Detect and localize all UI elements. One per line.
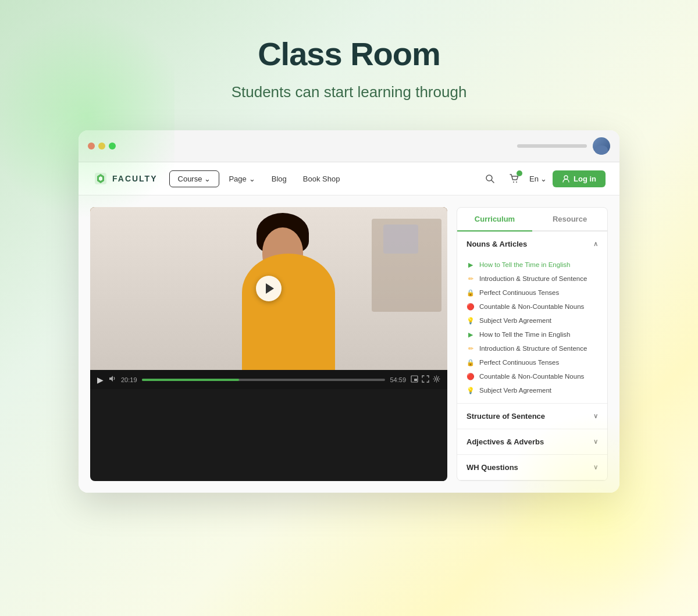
total-time: 54:59	[390, 376, 406, 383]
lesson-title: Introduction & Structure of Sentence	[479, 345, 587, 352]
accordion-section-adjectives-adverbs: Adjectives & Adverbs∨	[457, 429, 607, 455]
volume-button[interactable]	[108, 375, 116, 384]
svg-point-5	[564, 176, 568, 179]
logo-text: FACULTY	[112, 174, 158, 183]
curriculum-panel: Curriculum Resource Nouns & Articles∧ ▶ …	[457, 207, 608, 481]
page-title: Class Room	[232, 35, 467, 73]
lesson-title: Countable & Non-Countable Nouns	[479, 373, 584, 380]
accordion-container: Nouns & Articles∧ ▶ How to Tell the Time…	[457, 232, 607, 480]
room-board	[383, 225, 418, 254]
traffic-green-light[interactable]	[109, 143, 116, 149]
accordion-header-nouns-articles[interactable]: Nouns & Articles∧	[457, 232, 607, 257]
accordion-section-wh-questions: WH Questions∨	[457, 455, 607, 480]
lesson-icon: 💡	[466, 316, 475, 325]
lesson-title: Perfect Continuous Tenses	[479, 289, 559, 296]
lesson-item[interactable]: ✏ Introduction & Structure of Sentence	[457, 341, 607, 355]
progress-bar-track[interactable]	[142, 379, 386, 381]
settings-icon	[433, 375, 440, 383]
teacher-jacket	[242, 254, 335, 370]
nav-right: En ⌄ Log in	[480, 169, 606, 188]
accordion-header-adjectives-adverbs[interactable]: Adjectives & Adverbs∨	[457, 429, 607, 454]
lesson-title: Perfect Continuous Tenses	[479, 359, 559, 366]
chevron-icon: ∨	[593, 438, 598, 446]
settings-video-button[interactable]	[433, 375, 440, 384]
traffic-red[interactable]	[88, 143, 95, 149]
video-panel: ▶ 20:19 54:59	[90, 207, 447, 481]
search-icon	[485, 174, 494, 183]
lesson-icon: 💡	[466, 386, 475, 394]
lesson-item[interactable]: 🔒 Perfect Continuous Tenses	[457, 286, 607, 300]
lesson-title: Subject Verb Agreement	[479, 317, 551, 324]
svg-marker-6	[109, 376, 113, 382]
nav-logo[interactable]: FACULTY	[92, 170, 158, 187]
teacher-figure	[230, 207, 358, 370]
svg-rect-8	[414, 379, 417, 381]
tabs-row: Curriculum Resource	[457, 208, 607, 232]
play-pause-button[interactable]: ▶	[97, 375, 104, 384]
page-nav-link[interactable]: Page ⌄	[222, 171, 262, 187]
lesson-item[interactable]: ✏ Introduction & Structure of Sentence	[457, 272, 607, 286]
video-controls: ▶ 20:19 54:59	[90, 370, 447, 389]
course-nav-button[interactable]: Course ⌄	[169, 170, 220, 187]
lang-chevron-icon: ⌄	[540, 175, 547, 183]
blog-nav-link[interactable]: Blog	[265, 171, 294, 187]
page-subtitle: Students can start learning through	[232, 83, 467, 101]
titlebar-spacer	[119, 137, 610, 155]
lesson-item[interactable]: 🔴 Countable & Non-Countable Nouns	[457, 300, 607, 314]
main-content: ▶ 20:19 54:59	[79, 195, 619, 493]
ctrl-icons-right	[411, 375, 440, 384]
svg-line-2	[492, 180, 494, 183]
browser-window: FACULTY Course ⌄ Page ⌄ Blog Book Shop	[79, 130, 619, 493]
lesson-item[interactable]: ▶ How to Tell the Time in English	[457, 258, 607, 272]
accordion-body-nouns-articles: ▶ How to Tell the Time in English ✏ Intr…	[457, 257, 607, 403]
chevron-icon: ∨	[593, 412, 598, 420]
lang-selector[interactable]: En ⌄	[529, 175, 547, 183]
lesson-title: How to Tell the Time in English	[479, 261, 570, 268]
accordion-header-structure-sentence[interactable]: Structure of Sentence∨	[457, 404, 607, 429]
lesson-item[interactable]: 💡 Subject Verb Agreement	[457, 314, 607, 327]
fullscreen-small-button[interactable]	[411, 375, 418, 384]
cart-nav-button[interactable]	[505, 169, 524, 188]
accordion-section-nouns-articles: Nouns & Articles∧ ▶ How to Tell the Time…	[457, 232, 607, 404]
lesson-title: Introduction & Structure of Sentence	[479, 275, 587, 282]
lesson-item[interactable]: ▶ How to Tell the Time in English	[457, 327, 607, 341]
book-shop-nav-link[interactable]: Book Shop	[296, 171, 347, 187]
cart-badge	[517, 170, 522, 176]
play-button-overlay[interactable]	[256, 276, 282, 301]
url-bar	[517, 144, 587, 148]
svg-point-9	[436, 378, 438, 380]
avatar	[593, 137, 610, 155]
lesson-icon: 🔴	[466, 302, 475, 311]
lesson-icon: ✏	[466, 275, 475, 283]
volume-icon	[108, 375, 116, 383]
lesson-title: Subject Verb Agreement	[479, 387, 551, 394]
lesson-icon: ▶	[466, 261, 475, 269]
login-button[interactable]: Log in	[553, 170, 606, 187]
picture-in-picture-icon	[411, 375, 418, 383]
lesson-icon: 🔴	[466, 372, 475, 380]
search-nav-button[interactable]	[480, 169, 499, 188]
avatar-body	[595, 145, 608, 155]
svg-point-4	[516, 181, 517, 183]
navbar: FACULTY Course ⌄ Page ⌄ Blog Book Shop	[79, 162, 619, 195]
traffic-yellow[interactable]	[98, 143, 105, 149]
tab-curriculum[interactable]: Curriculum	[457, 208, 532, 232]
lesson-item[interactable]: 💡 Subject Verb Agreement	[457, 383, 607, 397]
course-chevron-icon: ⌄	[204, 175, 211, 183]
video-area	[90, 207, 447, 370]
fullscreen-button[interactable]	[422, 375, 429, 384]
nav-items: Course ⌄ Page ⌄ Blog Book Shop	[169, 170, 481, 187]
page-header: Class Room Students can start learning t…	[232, 35, 467, 101]
lesson-item[interactable]: 🔒 Perfect Continuous Tenses	[457, 355, 607, 369]
lesson-icon: 🔒	[466, 358, 475, 366]
svg-point-3	[513, 181, 514, 183]
browser-titlebar	[79, 130, 619, 162]
play-triangle-icon	[266, 283, 274, 294]
logo-icon	[92, 170, 109, 187]
user-icon	[562, 175, 570, 183]
lesson-item[interactable]: 🔴 Countable & Non-Countable Nouns	[457, 369, 607, 383]
progress-bar-fill	[142, 379, 240, 381]
current-time: 20:19	[121, 376, 137, 383]
tab-resource[interactable]: Resource	[532, 208, 607, 230]
accordion-header-wh-questions[interactable]: WH Questions∨	[457, 455, 607, 480]
